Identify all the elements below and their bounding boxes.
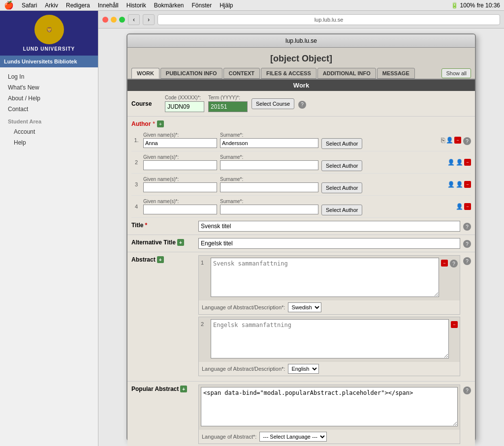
- maximize-button[interactable]: [119, 17, 125, 23]
- abstract-1-inner: 1 − ?: [199, 256, 460, 300]
- author-3-person2-icon[interactable]: 👤: [456, 181, 463, 188]
- sidebar-item-about[interactable]: About / Help: [0, 93, 98, 104]
- select-author-3-button[interactable]: Select Author: [321, 182, 362, 193]
- browser-window: ‹ › lup.lub.lu.se lup.lub.lu.se [object …: [98, 11, 504, 446]
- close-button[interactable]: [102, 17, 108, 23]
- sidebar-item-account[interactable]: Account: [0, 126, 98, 137]
- abstract-1-help-icon[interactable]: ?: [450, 260, 458, 268]
- abstract-1-field: [211, 258, 439, 298]
- menu-arkiv[interactable]: Arkiv: [45, 2, 58, 9]
- author-4-person-icon[interactable]: 👤: [456, 203, 463, 210]
- tab-publication-info[interactable]: PUBLICATION INFO: [160, 68, 222, 79]
- author-2-surname-input[interactable]: [220, 160, 318, 170]
- author-2-givenname-input[interactable]: [143, 160, 217, 170]
- abstract-2-inner: 2 −: [199, 317, 460, 362]
- author-2-person-icon[interactable]: 👤: [447, 159, 455, 166]
- author-1-surname-input[interactable]: [220, 138, 318, 148]
- author-required-star: *: [153, 120, 155, 127]
- popular-abstract-lang-select[interactable]: --- Select Language ---: [259, 432, 327, 442]
- menu-redigera[interactable]: Redigera: [66, 2, 90, 9]
- tab-files-access[interactable]: FILES & ACCESS: [261, 68, 316, 79]
- popular-abstract-lang-row: Language of Abstract*: --- Select Langua…: [199, 430, 460, 444]
- author-3-delete-button[interactable]: −: [464, 181, 471, 188]
- sidebar-item-login[interactable]: Log In: [0, 71, 98, 82]
- author-section: Author * + 1. Given name(s)*:: [127, 117, 475, 218]
- author-4-surname-group: Surname*:: [220, 199, 318, 214]
- tab-message[interactable]: MESSAGE: [377, 68, 415, 79]
- select-author-4-button[interactable]: Select Author: [321, 205, 362, 215]
- abstract-1-textarea[interactable]: [211, 258, 439, 297]
- add-popular-abstract-icon[interactable]: +: [180, 386, 187, 392]
- menu-innehall[interactable]: Innehåll: [98, 2, 119, 9]
- abstract-1-lang-select[interactable]: Swedish: [288, 302, 321, 312]
- sidebar-item-whatsnew[interactable]: What's New: [0, 82, 98, 93]
- author-1-person-icon[interactable]: 👤: [446, 137, 453, 144]
- student-area-label: Student Area: [0, 115, 98, 126]
- select-author-2-button[interactable]: Select Author: [321, 160, 362, 171]
- sidebar-item-help[interactable]: Help: [0, 137, 98, 148]
- menu-fonster[interactable]: Fönster: [192, 2, 212, 9]
- popular-abstract-textarea[interactable]: <span data-bind="modal.popularAbstract.p…: [201, 387, 458, 426]
- minimize-button[interactable]: [111, 17, 117, 23]
- author-3-surname-input[interactable]: [220, 182, 318, 192]
- sidebar-item-contact[interactable]: Contact: [0, 104, 98, 115]
- abstract-1-num: 1: [201, 258, 209, 298]
- tab-context[interactable]: CONTEXT: [223, 68, 260, 79]
- author-2-person2-icon[interactable]: 👤: [456, 159, 463, 166]
- abstract-2-delete-button[interactable]: −: [451, 321, 458, 328]
- menu-historik[interactable]: Historik: [126, 2, 146, 9]
- popular-abstract-lang-label: Language of Abstract*:: [202, 434, 256, 440]
- library-banner: Lunds Universitets Bibliotek: [0, 56, 98, 67]
- url-bar[interactable]: lup.lub.lu.se: [158, 14, 500, 25]
- author-header: Author * +: [131, 119, 471, 129]
- author-1-delete-button[interactable]: −: [454, 137, 461, 144]
- back-button[interactable]: ‹: [128, 14, 140, 25]
- alt-title-help-icon[interactable]: ?: [463, 240, 471, 248]
- menu-bokmarken[interactable]: Bokmärken: [154, 2, 184, 9]
- author-1-help-icon[interactable]: ?: [463, 137, 471, 145]
- author-4-delete-button[interactable]: −: [464, 203, 471, 210]
- tab-work[interactable]: WORK: [131, 68, 159, 79]
- forward-button[interactable]: ›: [143, 14, 155, 25]
- title-help-icon[interactable]: ?: [463, 223, 471, 231]
- course-code-input[interactable]: [165, 101, 204, 112]
- popular-abstract-block: <span data-bind="modal.popularAbstract.p…: [198, 385, 460, 444]
- author-4-surname-input[interactable]: [220, 205, 318, 214]
- add-abstract-icon[interactable]: +: [157, 256, 164, 263]
- author-3-givenname-group: Given name(s)*:: [143, 177, 217, 192]
- alt-title-input[interactable]: [198, 238, 460, 249]
- popular-abstract-help-icon[interactable]: ?: [463, 387, 471, 394]
- tab-additional-info[interactable]: ADDITIONAL INFO: [317, 68, 376, 79]
- select-author-1-button[interactable]: Select Author: [321, 138, 362, 149]
- author-1-givenname-input[interactable]: [143, 138, 217, 148]
- author-2-delete-button[interactable]: −: [464, 159, 471, 166]
- abstract-2-textarea[interactable]: [211, 319, 449, 358]
- select-course-button[interactable]: Select Course: [252, 98, 294, 109]
- author-3-givenname-input[interactable]: [143, 182, 217, 192]
- title-input[interactable]: [198, 221, 460, 232]
- author-3-person-icon[interactable]: 👤: [447, 181, 455, 188]
- apple-menu[interactable]: 🍎: [4, 0, 14, 10]
- course-help-icon[interactable]: ?: [298, 101, 306, 109]
- work-section-header: Work: [127, 80, 475, 91]
- author-2-surname-group: Surname*:: [220, 154, 318, 170]
- abstract-content: 1 − ? Language of Abstract/Descriptio: [198, 255, 460, 378]
- menu-safari[interactable]: Safari: [22, 2, 37, 9]
- course-term-input[interactable]: [208, 101, 248, 112]
- author-1-copy-icon[interactable]: ⎘: [441, 136, 445, 144]
- given-name-label: Given name(s)*:: [143, 132, 217, 138]
- author-4-givenname-group: Given name(s)*:: [143, 199, 217, 214]
- show-all-button[interactable]: Show all: [441, 68, 471, 78]
- author-label: Author: [131, 120, 151, 127]
- add-alt-title-icon[interactable]: +: [177, 239, 184, 246]
- author-3-actions: 👤 👤 −: [447, 181, 471, 188]
- author-4-givenname-input[interactable]: [143, 205, 217, 214]
- abstract-2-lang-select[interactable]: English: [288, 364, 319, 374]
- menu-hjalp[interactable]: Hjälp: [220, 2, 233, 9]
- add-author-icon[interactable]: +: [157, 120, 164, 127]
- abstract-1-delete-button[interactable]: −: [441, 260, 448, 267]
- abstract-2-num: 2: [201, 319, 209, 360]
- author-1-fields: Given name(s)*: Surname*: Select Author: [143, 131, 439, 149]
- given-name-label-4: Given name(s)*:: [143, 199, 217, 204]
- abstract-help-icon[interactable]: ?: [463, 257, 471, 265]
